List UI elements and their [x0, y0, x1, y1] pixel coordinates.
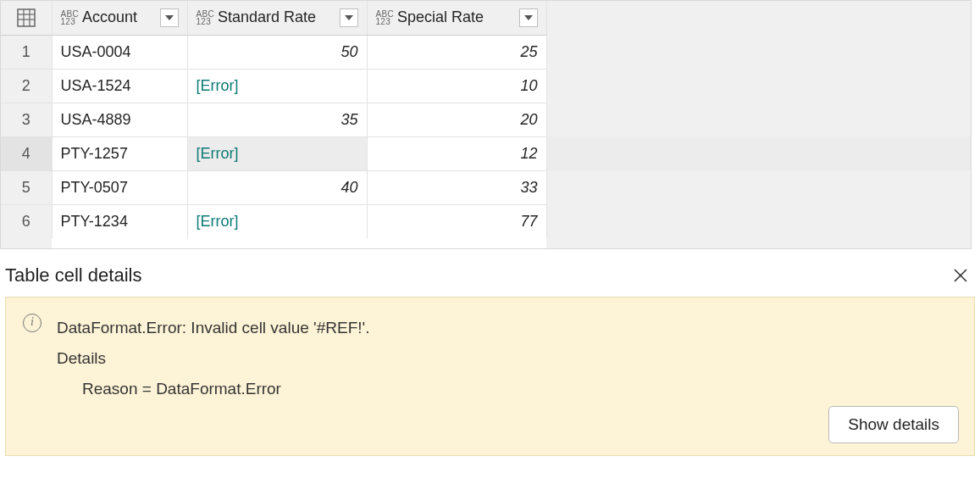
cell-error[interactable]: [Error] — [187, 69, 367, 103]
filter-dropdown-button[interactable] — [519, 8, 538, 27]
table-row[interactable]: 4PTY-1257[Error]12 — [1, 136, 971, 170]
cell-standard-rate[interactable]: 40 — [187, 170, 367, 204]
error-reason: Reason = DataFormat.Error — [57, 374, 369, 404]
cell-account[interactable]: USA-4889 — [52, 103, 187, 136]
cell-account[interactable]: PTY-1257 — [52, 136, 187, 170]
filter-dropdown-button[interactable] — [340, 8, 358, 27]
row-number[interactable]: 5 — [1, 170, 52, 204]
table-icon — [16, 8, 36, 28]
empty-cell — [546, 69, 971, 103]
close-icon — [953, 268, 968, 283]
details-title: Table cell details — [5, 264, 141, 286]
cell-special-rate[interactable]: 77 — [367, 204, 546, 238]
cell-special-rate[interactable]: 25 — [367, 35, 546, 69]
cell-error[interactable]: [Error] — [187, 136, 367, 170]
type-indicator-icon: ABC 123 — [376, 10, 394, 25]
chevron-down-icon — [524, 15, 533, 20]
data-table: ABC 123 Account ABC 123 Standard Rate — [0, 0, 972, 249]
column-label: Standard Rate — [218, 8, 316, 26]
cell-account[interactable]: PTY-0507 — [52, 170, 187, 204]
column-label: Special Rate — [397, 8, 484, 26]
cell-account[interactable]: USA-0004 — [52, 35, 187, 69]
table-row[interactable]: 3USA-48893520 — [1, 103, 971, 136]
column-header-account[interactable]: ABC 123 Account — [52, 1, 187, 35]
column-label: Account — [82, 8, 137, 26]
chevron-down-icon — [165, 15, 174, 20]
column-header-special-rate[interactable]: ABC 123 Special Rate — [367, 1, 546, 35]
row-number[interactable]: 2 — [1, 69, 52, 103]
cell-account[interactable]: PTY-1234 — [52, 204, 187, 238]
row-number[interactable]: 3 — [1, 103, 52, 136]
cell-standard-rate[interactable]: 50 — [187, 35, 367, 69]
details-label: Details — [57, 343, 369, 374]
show-details-button[interactable]: Show details — [828, 406, 959, 443]
empty-cell — [546, 35, 971, 69]
type-indicator-icon: ABC 123 — [61, 10, 79, 25]
row-number[interactable]: 4 — [1, 136, 52, 170]
select-all-corner[interactable] — [1, 1, 52, 35]
empty-cell — [546, 103, 971, 136]
table-row[interactable]: 2USA-1524[Error]10 — [1, 69, 971, 103]
filter-dropdown-button[interactable] — [160, 8, 179, 27]
type-indicator-icon: ABC 123 — [197, 10, 214, 25]
chevron-down-icon — [345, 15, 353, 20]
row-number[interactable]: 1 — [1, 35, 52, 69]
empty-cell — [546, 136, 971, 170]
details-pane-header: Table cell details — [0, 249, 980, 297]
table-row[interactable]: 1USA-00045025 — [1, 35, 971, 69]
empty-cell — [546, 204, 971, 238]
empty-header-space — [546, 1, 971, 35]
cell-standard-rate[interactable]: 35 — [187, 103, 367, 136]
error-message: DataFormat.Error: Invalid cell value '#R… — [57, 313, 369, 343]
cell-account[interactable]: USA-1524 — [52, 69, 187, 103]
column-header-standard-rate[interactable]: ABC 123 Standard Rate — [187, 1, 367, 35]
cell-error[interactable]: [Error] — [187, 204, 367, 238]
details-box: i DataFormat.Error: Invalid cell value '… — [5, 297, 975, 456]
table-row[interactable]: 6PTY-1234[Error]77 — [1, 204, 971, 238]
cell-special-rate[interactable]: 12 — [367, 136, 546, 170]
empty-cell — [546, 170, 971, 204]
table-row[interactable]: 5PTY-05074033 — [1, 170, 971, 204]
cell-special-rate[interactable]: 10 — [367, 69, 546, 103]
info-icon: i — [23, 314, 42, 332]
cell-special-rate[interactable]: 20 — [367, 103, 546, 136]
svg-rect-0 — [18, 9, 35, 26]
cell-special-rate[interactable]: 33 — [367, 170, 546, 204]
row-number[interactable]: 6 — [1, 204, 52, 238]
close-button[interactable] — [946, 261, 975, 290]
